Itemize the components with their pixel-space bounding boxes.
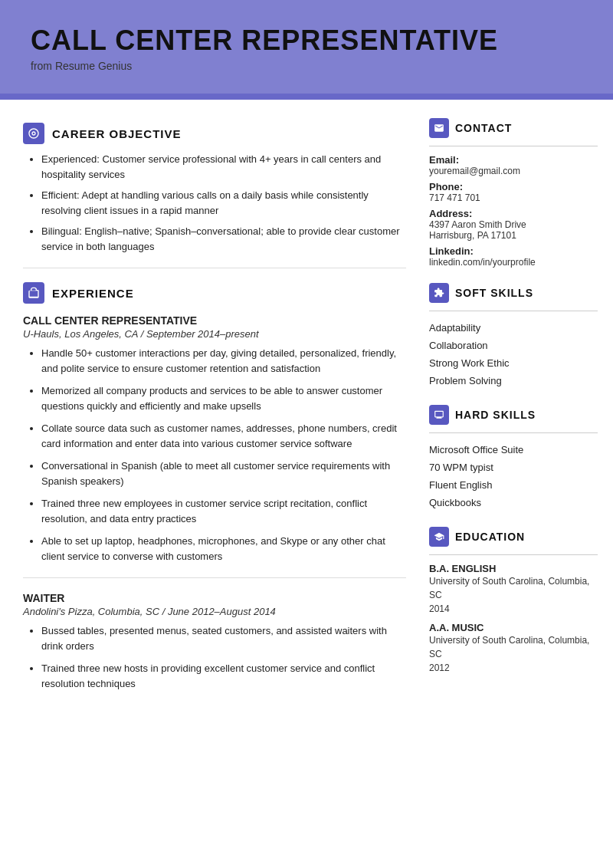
- monitor-icon: [434, 409, 444, 420]
- briefcase-icon: [28, 287, 40, 299]
- objective-bullet: Bilingual: English–native; Spanish–conve…: [41, 224, 406, 254]
- hard-skill-item: 70 WPM typist: [429, 459, 598, 476]
- edu-degree: B.A. ENGLISH: [429, 563, 598, 574]
- objective-bullet: Efficient: Adept at handling various cal…: [41, 188, 406, 218]
- right-column: CONTACT Email: youremail@gmail.com Phone…: [429, 118, 598, 699]
- job-bullet: Trained three new employees in customer …: [41, 496, 406, 526]
- edu-degree: A.A. MUSIC: [429, 622, 598, 633]
- hard-skills-divider: [429, 432, 598, 433]
- soft-skills-header: SOFT SKILLS: [429, 283, 598, 303]
- job-meta: U-Hauls, Los Angeles, CA / September 201…: [23, 328, 406, 340]
- hard-skill-item: Quickbooks: [429, 494, 598, 511]
- hard-skills-list: Microsoft Office Suite70 WPM typistFluen…: [429, 441, 598, 511]
- job-bullet-list: Bussed tables, presented menus, seated c…: [23, 623, 406, 691]
- experience-header: EXPERIENCE: [23, 282, 406, 304]
- linkedin-label: Linkedin:: [429, 245, 598, 257]
- email-label: Email:: [429, 154, 598, 166]
- job-bullet: Able to set up laptop, headphones, micro…: [41, 534, 406, 564]
- job-bullet-list: Handle 50+ customer interactions per day…: [23, 346, 406, 564]
- email-value: youremail@gmail.com: [429, 166, 598, 176]
- job-title: WAITER: [23, 592, 406, 604]
- graduation-icon: [434, 531, 444, 542]
- education-section: EDUCATION B.A. ENGLISHUniversity of Sout…: [429, 527, 598, 675]
- soft-skill-item: Collaboration: [429, 337, 598, 354]
- main-content: CAREER OBJECTIVE Experienced: Customer s…: [0, 100, 613, 717]
- job-bullet: Memorized all company products and servi…: [41, 383, 406, 413]
- contact-divider: [429, 146, 598, 146]
- soft-skills-icon: [429, 283, 449, 303]
- job-bullet: Trained three new hosts in providing exc…: [41, 661, 406, 691]
- target-icon: [28, 127, 40, 140]
- education-divider: [429, 554, 598, 555]
- job-bullet: Conversational in Spanish (able to meet …: [41, 459, 406, 488]
- career-objective-header: CAREER OBJECTIVE: [23, 123, 406, 144]
- job-title: CALL CENTER REPRESENTATIVE: [23, 314, 406, 327]
- header-subtitle: from Resume Genius: [31, 60, 582, 72]
- address-value: 4397 Aaron Smith DriveHarrisburg, PA 171…: [429, 219, 598, 241]
- hard-skills-title: HARD SKILLS: [455, 409, 536, 421]
- phone-value: 717 471 701: [429, 192, 598, 203]
- soft-skills-list: AdaptabilityCollaborationStrong Work Eth…: [429, 319, 598, 390]
- linkedin-value: linkedin.com/in/yourprofile: [429, 257, 598, 268]
- experience-icon: [23, 282, 44, 304]
- job-divider: [23, 577, 406, 578]
- experience-title: EXPERIENCE: [52, 287, 134, 300]
- contact-header: CONTACT: [429, 118, 598, 138]
- jobs-container: CALL CENTER REPRESENTATIVEU-Hauls, Los A…: [23, 314, 406, 691]
- soft-skills-title: SOFT SKILLS: [455, 287, 533, 299]
- job-meta: Andolini's Pizza, Columbia, SC / June 20…: [23, 606, 406, 617]
- career-objective-icon: [23, 123, 44, 144]
- education-header: EDUCATION: [429, 527, 598, 547]
- education-title: EDUCATION: [455, 531, 525, 543]
- soft-skill-item: Problem Solving: [429, 372, 598, 390]
- soft-skills-divider: [429, 311, 598, 311]
- hard-skills-icon: [429, 405, 449, 425]
- objective-bullet: Experienced: Customer service profession…: [41, 152, 406, 182]
- job-bullet: Collate source data such as customer nam…: [41, 421, 406, 451]
- hard-skill-item: Microsoft Office Suite: [429, 441, 598, 459]
- puzzle-icon: [434, 288, 444, 298]
- hard-skills-header: HARD SKILLS: [429, 405, 598, 425]
- contact-title: CONTACT: [455, 122, 512, 134]
- contact-section: CONTACT Email: youremail@gmail.com Phone…: [429, 118, 598, 268]
- phone-label: Phone:: [429, 181, 598, 192]
- left-column: CAREER OBJECTIVE Experienced: Customer s…: [23, 118, 406, 699]
- job-bullet: Bussed tables, presented menus, seated c…: [41, 623, 406, 653]
- education-icon: [429, 527, 449, 547]
- header-bar: [0, 94, 613, 100]
- contact-icon: [429, 118, 449, 138]
- career-objective-title: CAREER OBJECTIVE: [52, 127, 182, 140]
- page-title: CALL CENTER REPRESENTATIVE: [31, 25, 582, 57]
- hard-skill-item: Fluent English: [429, 476, 598, 494]
- divider-1: [23, 268, 406, 268]
- hard-skills-section: HARD SKILLS Microsoft Office Suite70 WPM…: [429, 405, 598, 511]
- envelope-icon: [434, 123, 444, 133]
- edu-detail: University of South Carolina, Columbia, …: [429, 633, 598, 675]
- soft-skill-item: Adaptability: [429, 319, 598, 337]
- soft-skills-section: SOFT SKILLS AdaptabilityCollaborationStr…: [429, 283, 598, 390]
- header: CALL CENTER REPRESENTATIVE from Resume G…: [0, 0, 613, 94]
- job-bullet: Handle 50+ customer interactions per day…: [41, 346, 406, 376]
- soft-skill-item: Strong Work Ethic: [429, 354, 598, 372]
- edu-detail: University of South Carolina, Columbia, …: [429, 574, 598, 616]
- education-list: B.A. ENGLISHUniversity of South Carolina…: [429, 563, 598, 675]
- address-label: Address:: [429, 208, 598, 219]
- career-objective-list: Experienced: Customer service profession…: [23, 152, 406, 254]
